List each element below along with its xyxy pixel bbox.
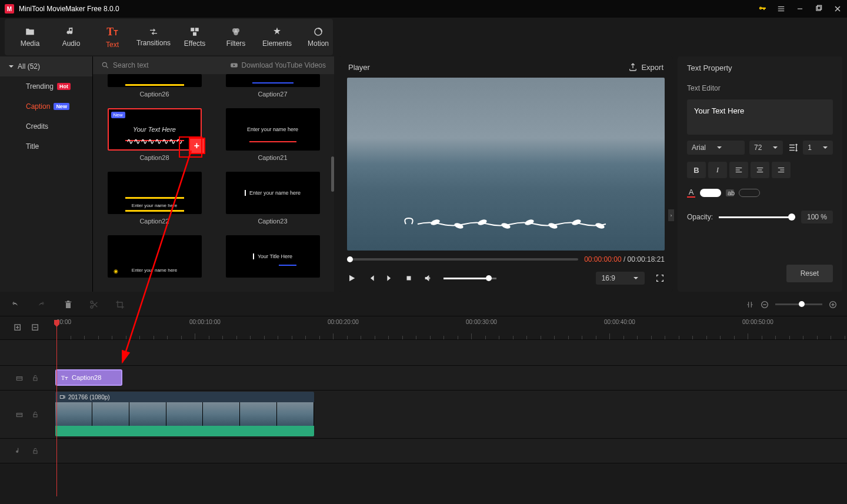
lock-track-icon[interactable] [32,410,39,419]
text-icon: TT [106,26,118,38]
hide-track-icon[interactable] [15,410,24,419]
svg-rect-4 [816,6,821,11]
audio-track-icon[interactable] [15,447,24,455]
sidebar-item-trending[interactable]: Trending Hot [0,76,92,96]
opacity-value[interactable]: 100 % [801,211,833,223]
volume-slider[interactable] [443,278,496,279]
seekbar-playhead[interactable] [347,256,353,262]
highlight-color-swatch[interactable] [739,189,760,197]
align-center-button[interactable] [751,162,769,178]
motion-icon [313,26,324,37]
delete-button[interactable] [64,300,73,309]
asset-caption28[interactable]: New Your Text Here ∿∿∿∿∿∿∿∿ + Caption28 [101,108,208,167]
effects-icon [189,26,200,37]
filters-icon [231,26,241,37]
sidebar-item-credits[interactable]: Credits [0,116,92,136]
player-preview[interactable] [347,78,665,251]
undo-button[interactable] [9,300,20,309]
text-color-button[interactable]: A [687,188,695,198]
tab-filters[interactable]: Filters [215,22,256,52]
asset-row4a[interactable]: Enter your name here◉ [101,235,208,283]
opacity-slider[interactable] [719,216,795,218]
asset-caption23[interactable]: Enter your name here Caption23 [219,172,326,231]
line-spacing-icon[interactable] [788,142,798,153]
export-button[interactable]: Export [628,62,663,72]
tab-elements[interactable]: Elements [256,22,298,52]
tab-motion[interactable]: Motion [298,22,339,52]
audio-icon [66,26,76,37]
svg-point-23 [548,222,558,230]
lock-track-icon[interactable] [32,447,39,455]
tab-effects[interactable]: Effects [174,22,215,52]
fullscreen-button[interactable] [655,273,665,283]
timeline-ruler[interactable]: 00:00 00:00:10:00 00:00:20:00 00:00:30:0… [54,316,847,339]
app-title: MiniTool MovieMaker Free 8.0.0 [19,5,119,13]
sidebar-item-title[interactable]: Title [0,136,92,156]
new-badge: New [111,112,125,118]
media-icon [24,26,36,37]
bold-button[interactable]: B [687,162,706,178]
split-button[interactable] [89,300,99,309]
reset-button[interactable]: Reset [786,265,833,282]
svg-point-25 [595,222,605,230]
add-asset-button[interactable]: + [189,138,205,154]
text-input[interactable]: Your Text Here [687,99,833,135]
text-clip-icon: Tᴛ [61,375,68,381]
asset-caption27[interactable]: Caption27 [219,74,326,104]
panel-collapse-icon[interactable]: › [668,209,674,221]
youtube-icon [230,61,238,69]
maximize-icon[interactable] [814,4,823,14]
svg-point-24 [571,219,582,226]
video-clip[interactable]: 201766 (1080p) [55,392,314,436]
align-right-button[interactable] [772,162,791,178]
lock-track-icon[interactable] [32,374,39,382]
top-tabs: Media Audio TT Text Transitions Effects … [5,19,333,55]
svg-point-37 [91,306,93,308]
text-color-swatch[interactable] [700,189,721,197]
chevron-down-icon [716,145,722,151]
close-icon[interactable] [833,4,842,14]
export-icon [628,62,638,72]
next-frame-button[interactable] [386,274,394,282]
highlight-button[interactable]: ab [726,189,734,196]
minimize-icon[interactable] [795,4,805,14]
crop-button[interactable] [115,300,125,309]
asset-caption26[interactable]: Caption26 [101,74,208,104]
sidebar-all[interactable]: All (52) [0,56,92,76]
font-select[interactable]: Arial [687,141,745,155]
add-track-button[interactable] [14,323,23,333]
align-left-button[interactable] [729,162,748,178]
player-seekbar[interactable] [347,258,578,261]
sidebar-item-caption[interactable]: Caption New [0,96,92,116]
prev-frame-button[interactable] [367,274,375,282]
tab-audio[interactable]: Audio [51,22,92,52]
fit-timeline-button[interactable] [746,301,754,309]
search-text[interactable]: Search text [101,61,149,69]
svg-point-19 [453,222,464,230]
key-icon[interactable] [758,4,767,14]
zoom-out-button[interactable] [760,300,769,309]
tab-transitions[interactable]: Transitions [133,22,174,52]
tab-text[interactable]: TT Text [92,21,133,54]
play-button[interactable] [347,273,356,283]
asset-caption22[interactable]: Enter your name here Caption22 [101,172,208,231]
zoom-in-button[interactable] [828,300,838,309]
scrollbar[interactable] [331,156,334,192]
remove-track-button[interactable] [31,323,41,333]
hamburger-icon[interactable] [776,4,786,14]
download-youtube-link[interactable]: Download YouTube Videos [230,61,326,69]
font-size-select[interactable]: 72 [749,141,783,155]
redo-button[interactable] [36,300,47,309]
transitions-icon [148,27,159,36]
volume-button[interactable] [424,273,433,283]
stop-button[interactable] [405,274,413,282]
italic-button[interactable]: I [708,162,727,178]
tab-media[interactable]: Media [9,22,51,52]
asset-caption21[interactable]: Enter your name here Caption21 [219,108,326,167]
line-height-select[interactable]: 1 [803,141,833,155]
hide-track-icon[interactable] [15,374,24,382]
asset-row4b[interactable]: Your Title Here [219,235,326,283]
aspect-ratio-select[interactable]: 16:9 [596,272,645,285]
text-clip-caption28[interactable]: Tᴛ Caption28 [55,369,122,386]
zoom-slider[interactable] [775,303,822,305]
